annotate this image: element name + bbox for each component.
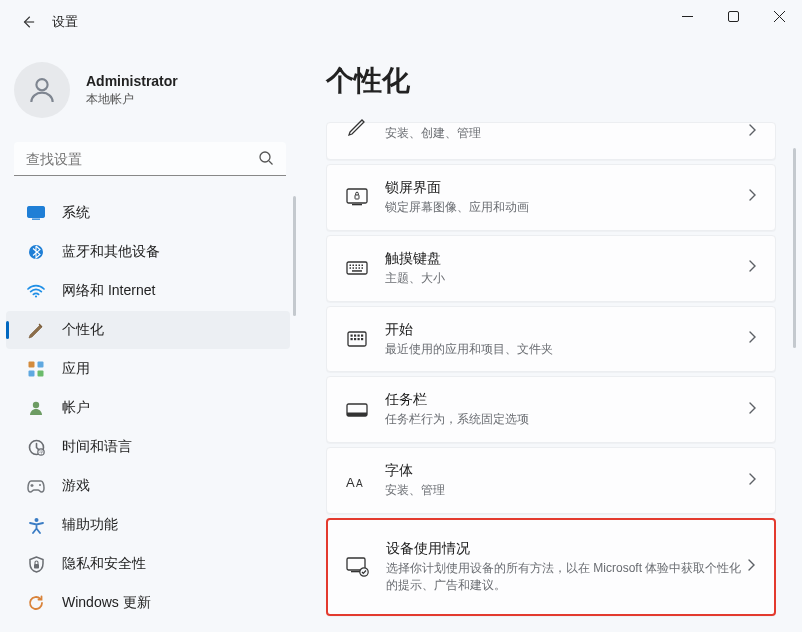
setting-title: 触摸键盘 <box>385 250 748 268</box>
setting-title: 字体 <box>385 462 748 480</box>
svg-point-4 <box>36 79 47 90</box>
nav-item-apps[interactable]: 应用 <box>6 350 290 388</box>
svg-rect-8 <box>32 219 40 220</box>
svg-rect-47 <box>347 412 367 416</box>
nav-label: 蓝牙和其他设备 <box>62 243 160 261</box>
setting-desc: 最近使用的应用和项目、文件夹 <box>385 341 748 358</box>
svg-point-20 <box>34 518 38 522</box>
svg-text:A: A <box>356 478 363 489</box>
sidebar: Administrator 本地帐户 系统蓝牙和其他设备网络和 Internet… <box>0 44 300 632</box>
svg-rect-41 <box>361 334 363 336</box>
setting-desc: 安装、创建、管理 <box>385 125 748 142</box>
back-button[interactable] <box>14 8 42 36</box>
main-panel: 个性化 安装、创建、管理锁屏界面锁定屏幕图像、应用和动画触摸键盘主题、大小开始最… <box>300 44 802 632</box>
setting-desc: 任务栏行为，系统固定选项 <box>385 411 748 428</box>
setting-item-font[interactable]: AA字体安装、管理 <box>326 447 776 514</box>
page-title: 个性化 <box>326 62 776 100</box>
svg-rect-42 <box>351 338 353 340</box>
nav-item-update[interactable]: Windows 更新 <box>6 584 290 622</box>
window-controls <box>664 0 802 32</box>
gaming-icon <box>26 476 46 496</box>
titlebar: 设置 <box>0 0 802 44</box>
setting-item-theme[interactable]: 安装、创建、管理 <box>326 122 776 160</box>
nav-item-wifi[interactable]: 网络和 Internet <box>6 272 290 310</box>
setting-desc: 安装、管理 <box>385 482 748 499</box>
chevron-right-icon <box>748 188 757 206</box>
svg-rect-1 <box>728 11 738 21</box>
svg-rect-44 <box>358 338 360 340</box>
chevron-right-icon <box>748 401 757 419</box>
setting-item-device[interactable]: 设备使用情况选择你计划使用设备的所有方法，以在 Microsoft 体验中获取个… <box>326 518 776 616</box>
svg-rect-12 <box>38 362 44 368</box>
device-icon <box>330 557 386 577</box>
search-icon <box>258 150 274 170</box>
time-icon: 字 <box>26 437 46 457</box>
nav-label: 时间和语言 <box>62 438 132 456</box>
main-scrollbar[interactable] <box>793 148 796 348</box>
bluetooth-icon <box>26 242 46 262</box>
svg-rect-29 <box>359 265 361 267</box>
svg-rect-22 <box>347 189 367 203</box>
nav-item-bluetooth[interactable]: 蓝牙和其他设备 <box>6 233 290 271</box>
taskbar-icon <box>329 403 385 417</box>
nav-label: 帐户 <box>62 399 90 417</box>
svg-rect-33 <box>356 267 358 269</box>
profile-block[interactable]: Administrator 本地帐户 <box>0 56 300 138</box>
svg-point-10 <box>35 295 37 297</box>
search-input[interactable] <box>14 142 286 176</box>
svg-rect-14 <box>38 371 44 377</box>
setting-item-start[interactable]: 开始最近使用的应用和项目、文件夹 <box>326 306 776 373</box>
nav-item-system[interactable]: 系统 <box>6 194 290 232</box>
profile-name: Administrator <box>86 73 178 89</box>
nav-item-gaming[interactable]: 游戏 <box>6 467 290 505</box>
svg-rect-36 <box>352 270 362 272</box>
search-box <box>14 142 286 176</box>
lock-icon <box>329 188 385 206</box>
svg-rect-23 <box>352 204 362 205</box>
setting-item-keyboard[interactable]: 触摸键盘主题、大小 <box>326 235 776 302</box>
svg-rect-40 <box>358 334 360 336</box>
nav-item-privacy[interactable]: 隐私和安全性 <box>6 545 290 583</box>
chevron-right-icon <box>748 472 757 490</box>
setting-title: 设备使用情况 <box>386 540 747 558</box>
setting-title: 任务栏 <box>385 391 748 409</box>
nav-item-account[interactable]: 帐户 <box>6 389 290 427</box>
svg-rect-38 <box>351 334 353 336</box>
profile-account: 本地帐户 <box>86 91 178 108</box>
sidebar-scrollbar[interactable] <box>293 196 296 316</box>
nav-label: 隐私和安全性 <box>62 555 146 573</box>
svg-rect-27 <box>353 265 355 267</box>
nav-label: 个性化 <box>62 321 104 339</box>
svg-rect-11 <box>29 362 35 368</box>
maximize-button[interactable] <box>710 0 756 32</box>
svg-text:A: A <box>346 475 355 490</box>
setting-item-lock[interactable]: 锁屏界面锁定屏幕图像、应用和动画 <box>326 164 776 231</box>
setting-item-taskbar[interactable]: 任务栏任务栏行为，系统固定选项 <box>326 376 776 443</box>
window-title: 设置 <box>52 13 78 31</box>
chevron-right-icon <box>748 123 757 141</box>
nav-label: 网络和 Internet <box>62 282 155 300</box>
svg-rect-31 <box>350 267 352 269</box>
theme-icon <box>329 115 385 137</box>
chevron-right-icon <box>748 330 757 348</box>
close-button[interactable] <box>756 0 802 32</box>
nav-item-accessibility[interactable]: 辅助功能 <box>6 506 290 544</box>
setting-title: 锁屏界面 <box>385 179 748 197</box>
svg-rect-24 <box>355 195 359 199</box>
account-icon <box>26 398 46 418</box>
svg-line-6 <box>269 161 273 165</box>
system-icon <box>26 203 46 223</box>
nav-item-time[interactable]: 字时间和语言 <box>6 428 290 466</box>
setting-desc: 主题、大小 <box>385 270 748 287</box>
nav-item-personalize[interactable]: 个性化 <box>6 311 290 349</box>
wifi-icon <box>26 281 46 301</box>
minimize-button[interactable] <box>664 0 710 32</box>
svg-rect-39 <box>354 334 356 336</box>
svg-rect-7 <box>28 207 45 218</box>
nav-label: 系统 <box>62 204 90 222</box>
setting-desc: 选择你计划使用设备的所有方法，以在 Microsoft 体验中获取个性化的提示、… <box>386 560 747 594</box>
svg-rect-32 <box>353 267 355 269</box>
setting-title: 开始 <box>385 321 748 339</box>
nav-label: 游戏 <box>62 477 90 495</box>
personalize-icon <box>26 320 46 340</box>
